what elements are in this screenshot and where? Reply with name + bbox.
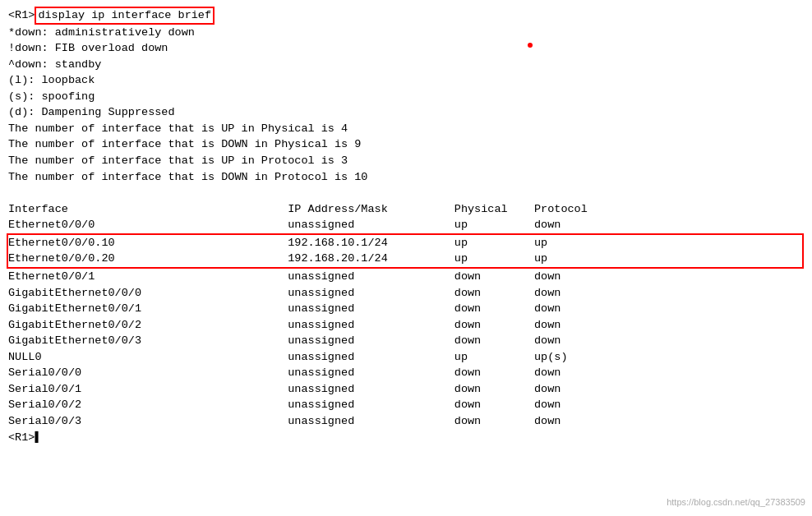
interface-row: GigabitEthernet0/0/2 unassigned down dow…: [8, 317, 804, 334]
prompt-prefix: <R1>: [8, 7, 35, 24]
stat-line: The number of interface that is UP in Ph…: [8, 121, 804, 137]
legend-line: (l): loopback: [8, 72, 804, 89]
final-prompt: <R1>: [8, 430, 35, 446]
highlighted-interface-block: Ethernet0/0/0.10 192.168.10.1/24 up upEt…: [7, 233, 804, 269]
interface-row: Ethernet0/0/0 unassigned up down: [8, 217, 804, 233]
command-box: display ip interface brief: [35, 7, 215, 25]
interface-row: GigabitEthernet0/0/0 unassigned down dow…: [8, 285, 804, 302]
interface-row: Serial0/0/3 unassigned down down: [8, 413, 804, 430]
interface-row: Ethernet0/0/1 unassigned down down: [8, 269, 804, 285]
interface-row: Serial0/0/0 unassigned down down: [8, 365, 804, 381]
watermark: https://blog.csdn.net/qq_27383509: [667, 496, 805, 509]
terminal-window: <R1>display ip interface brief *down: ad…: [0, 0, 812, 516]
legend-line: (s): spoofing: [8, 89, 804, 105]
cursor: ▌: [35, 430, 41, 446]
command-line: <R1>display ip interface brief: [8, 7, 804, 25]
legend-line: *down: administratively down: [8, 25, 804, 41]
interface-row: GigabitEthernet0/0/1 unassigned down dow…: [8, 301, 804, 317]
stats-section: The number of interface that is UP in Ph…: [8, 121, 804, 185]
table-header: Interface IP Address/Mask Physical Proto…: [8, 201, 804, 218]
legend-line: (d): Dampening Suppressed: [8, 104, 804, 121]
interface-row: Serial0/0/2 unassigned down down: [8, 397, 804, 413]
interface-table: Ethernet0/0/0 unassigned up downEthernet…: [8, 217, 804, 429]
stat-line: The number of interface that is UP in Pr…: [8, 153, 804, 169]
interface-row: GigabitEthernet0/0/3 unassigned down dow…: [8, 333, 804, 349]
stat-line: The number of interface that is DOWN in …: [8, 136, 804, 153]
spacer: [8, 185, 804, 201]
stat-line: The number of interface that is DOWN in …: [8, 169, 804, 186]
legend-section: *down: administratively down!down: FIB o…: [8, 25, 804, 121]
final-prompt-line: <R1>▌: [8, 430, 804, 446]
legend-line: !down: FIB overload down: [8, 40, 804, 57]
legend-line: ^down: standby: [8, 57, 804, 73]
interface-row: Serial0/0/1 unassigned down down: [8, 381, 804, 398]
interface-row-highlighted: Ethernet0/0/0.10 192.168.10.1/24 up up: [8, 235, 802, 251]
interface-row: NULL0 unassigned up up(s): [8, 349, 804, 366]
red-dot-indicator: [528, 43, 533, 48]
interface-row-highlighted: Ethernet0/0/0.20 192.168.20.1/24 up up: [8, 251, 802, 267]
